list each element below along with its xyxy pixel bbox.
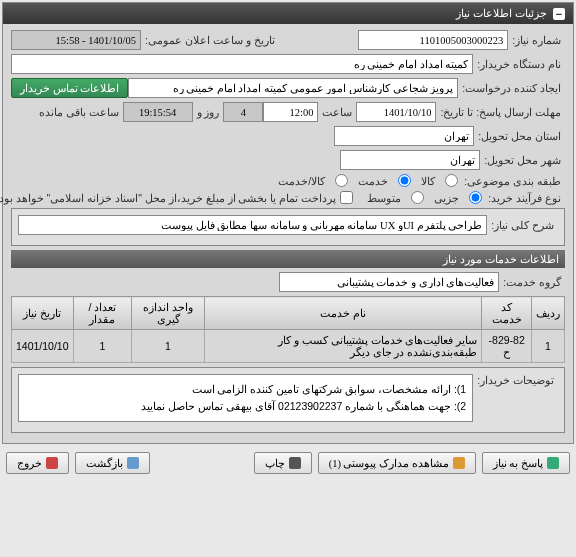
announce-field [11, 30, 141, 50]
reply-button[interactable]: پاسخ به نیاز [482, 452, 570, 474]
table-row: 1 829-82-ح سایر فعالیت‌های خدمات پشتیبان… [12, 330, 565, 363]
province-field [334, 126, 474, 146]
city-label: شهر محل تحویل: [480, 154, 565, 166]
docs-button[interactable]: مشاهده مدارک پیوستی (1) [318, 452, 476, 474]
deadline-time-field [263, 102, 318, 122]
panel-header: − جزئیات اطلاعات نیاز [3, 3, 573, 24]
buyer-field [11, 54, 473, 74]
radio-small-label: جزیی [430, 192, 463, 204]
print-button[interactable]: چاپ [254, 452, 312, 474]
button-bar: پاسخ به نیاز مشاهده مدارک پیوستی (1) چاپ… [0, 446, 576, 480]
time-label-1: ساعت [318, 106, 356, 118]
notes-box: 1): ارائه مشخصات، سوابق شرکتهای تامین کن… [18, 374, 473, 422]
panel-title: جزئیات اطلاعات نیاز [456, 7, 547, 20]
radio-medium[interactable] [411, 191, 424, 204]
city-field [340, 150, 480, 170]
notes-label: توضیحات خریدار: [473, 374, 558, 386]
td-row: 1 [532, 330, 565, 363]
payment-note: پرداخت تمام یا بخشی از مبلغ خرید،از محل … [0, 192, 340, 204]
exit-icon [46, 457, 58, 469]
notes-line2: 2): جهت هماهنگی با شماره 02123902237 آقا… [25, 398, 466, 415]
announce-label: تاریخ و ساعت اعلان عمومی: [141, 34, 279, 46]
back-button-label: بازگشت [86, 457, 123, 469]
deadline-label: مهلت ارسال پاسخ: تا تاریخ: [436, 106, 565, 118]
creator-field [128, 78, 458, 98]
th-code: کد خدمت [482, 297, 532, 330]
td-name: سایر فعالیت‌های خدمات پشتیبانی کسب و کار… [205, 330, 482, 363]
deadline-date-field [356, 102, 436, 122]
desc-label: شرح کلی نیاز: [487, 219, 558, 231]
exit-button-label: خروج [17, 457, 42, 469]
group-label: گروه خدمت: [499, 276, 565, 288]
days-label: روز و [193, 106, 224, 118]
process-label: نوع فرآیند خرید: [484, 192, 565, 204]
back-icon [127, 457, 139, 469]
info-panel: − جزئیات اطلاعات نیاز شماره نیاز: تاریخ … [2, 2, 574, 444]
th-unit: واحد اندازه گیری [132, 297, 205, 330]
niaz-no-label: شماره نیاز: [508, 34, 565, 46]
radio-goods-label: کالا [417, 175, 439, 187]
reply-button-label: پاسخ به نیاز [493, 457, 543, 469]
radio-service[interactable] [398, 174, 411, 187]
radio-both-label: کالا/خدمت [274, 175, 329, 187]
td-qty: 1 [73, 330, 131, 363]
contact-button[interactable]: اطلاعات تماس خریدار [11, 78, 128, 98]
services-header: اطلاعات خدمات مورد نیاز [11, 250, 565, 268]
td-unit: 1 [132, 330, 205, 363]
back-button[interactable]: بازگشت [75, 452, 150, 474]
print-button-label: چاپ [265, 457, 285, 469]
th-name: نام خدمت [205, 297, 482, 330]
buyer-label: نام دستگاه خریدار: [473, 58, 565, 70]
td-code: 829-82-ح [482, 330, 532, 363]
th-row: ردیف [532, 297, 565, 330]
print-icon [289, 457, 301, 469]
remaining-label: ساعت باقی مانده [35, 106, 123, 118]
province-label: استان محل تحویل: [474, 130, 565, 142]
radio-small[interactable] [469, 191, 482, 204]
radio-both[interactable] [335, 174, 348, 187]
exit-button[interactable]: خروج [6, 452, 69, 474]
docs-button-label: مشاهده مدارک پیوستی (1) [329, 457, 449, 469]
payment-checkbox[interactable] [340, 191, 353, 204]
days-left-field [223, 102, 263, 122]
services-table: ردیف کد خدمت نام خدمت واحد اندازه گیری ت… [11, 296, 565, 363]
reply-icon [547, 457, 559, 469]
subject-class-label: طبقه بندی موضوعی: [460, 175, 565, 187]
td-date: 1401/10/10 [12, 330, 74, 363]
th-date: تاریخ نیاز [12, 297, 74, 330]
th-qty: تعداد / مقدار [73, 297, 131, 330]
radio-goods[interactable] [445, 174, 458, 187]
creator-label: ایجاد کننده درخواست: [458, 82, 565, 94]
radio-medium-label: متوسط [363, 192, 405, 204]
collapse-icon[interactable]: − [553, 8, 565, 20]
countdown-field [123, 102, 193, 122]
radio-service-label: خدمت [354, 175, 392, 187]
desc-field [18, 215, 487, 235]
document-icon [453, 457, 465, 469]
notes-line1: 1): ارائه مشخصات، سوابق شرکتهای تامین کن… [25, 381, 466, 398]
group-field [279, 272, 499, 292]
niaz-no-field [358, 30, 508, 50]
